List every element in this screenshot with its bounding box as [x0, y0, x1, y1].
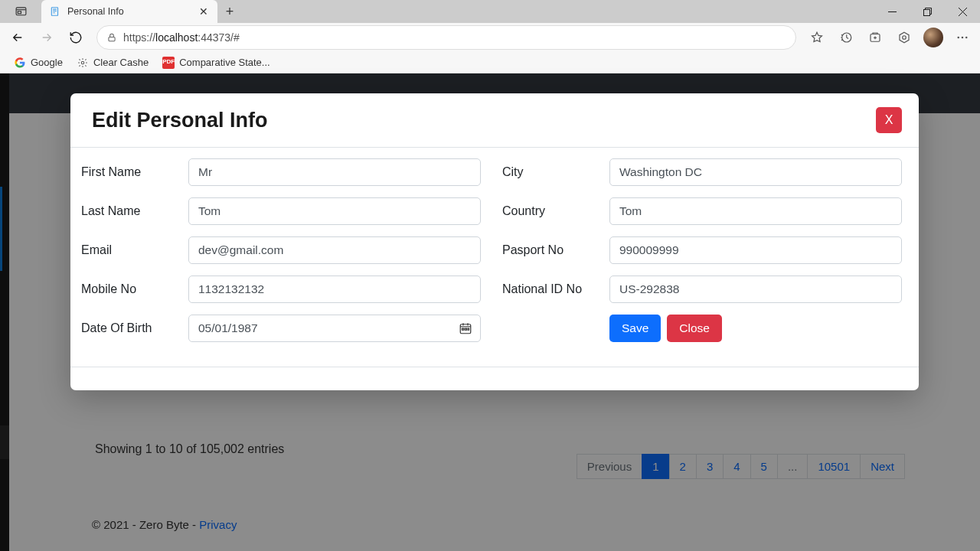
modal-header: Edit Personal Info X	[70, 93, 919, 148]
bookmark-label: Google	[31, 57, 63, 68]
national-id-input[interactable]: US-292838	[609, 276, 902, 303]
bookmark-google[interactable]: Google	[14, 57, 63, 69]
pdf-icon: PDF	[162, 57, 175, 69]
label-email: Email	[81, 243, 188, 257]
bookmark-label: Comparative State...	[179, 57, 270, 68]
bookmark-label: Clear Cashe	[93, 57, 149, 68]
label-dob: Date Of Birth	[81, 321, 188, 335]
nav-forward-button[interactable]	[34, 25, 60, 50]
new-tab-button[interactable]: +	[217, 0, 242, 23]
tab-title: Personal Info	[67, 6, 198, 17]
browser-tab[interactable]: Personal Info ✕	[41, 0, 217, 23]
form-left-column: First Name Mr Last Name Tom Email dev@gm…	[81, 158, 481, 342]
label-city: City	[502, 165, 609, 179]
browser-titlebar: Personal Info ✕ +	[0, 0, 980, 23]
bookmark-comparative-state[interactable]: PDF Comparative State...	[162, 57, 270, 69]
nav-refresh-button[interactable]	[63, 25, 89, 50]
mobile-input[interactable]: 1132132132	[188, 276, 481, 303]
window-close-button[interactable]	[945, 0, 980, 23]
label-first-name: First Name	[81, 165, 188, 179]
google-icon	[14, 57, 26, 69]
svg-point-10	[965, 37, 968, 39]
dob-value: 05/01/1987	[198, 321, 258, 335]
address-bar[interactable]: https://localhost:44373/#	[96, 25, 796, 50]
save-button[interactable]: Save	[609, 315, 661, 342]
last-name-input[interactable]: Tom	[188, 197, 481, 225]
calendar-icon[interactable]	[459, 321, 472, 335]
label-passport: Pasport No	[502, 243, 609, 257]
history-icon[interactable]	[833, 25, 859, 50]
label-country: Country	[502, 204, 609, 218]
dob-input[interactable]: 05/01/1987	[188, 315, 481, 342]
svg-rect-14	[465, 328, 466, 330]
profile-avatar[interactable]	[923, 28, 943, 47]
svg-point-11	[81, 61, 84, 64]
tab-favicon-icon	[49, 5, 61, 18]
extensions-icon[interactable]	[891, 25, 917, 50]
bookmark-clear-cache[interactable]: Clear Cashe	[77, 57, 149, 69]
tab-actions-icon[interactable]	[0, 0, 41, 23]
close-button[interactable]: Close	[667, 315, 722, 342]
tab-close-icon[interactable]: ✕	[198, 5, 210, 18]
browser-toolbar: https://localhost:44373/#	[0, 23, 980, 52]
window-maximize-button[interactable]	[910, 0, 945, 23]
url-text: https://localhost:44373/#	[123, 31, 780, 44]
city-input[interactable]: Washington DC	[609, 158, 902, 186]
nav-back-button[interactable]	[5, 25, 31, 50]
first-name-input[interactable]: Mr	[188, 158, 481, 186]
page-viewport: Showing 1 to 10 of 105,002 entries Previ…	[0, 73, 980, 551]
window-minimize-button[interactable]	[874, 0, 910, 23]
svg-point-8	[957, 37, 959, 39]
more-menu-icon[interactable]	[949, 25, 975, 50]
svg-rect-4	[109, 37, 115, 41]
svg-point-7	[903, 36, 906, 40]
label-national-id: National ID No	[502, 282, 609, 296]
modal-body: First Name Mr Last Name Tom Email dev@gm…	[70, 148, 919, 367]
form-right-column: City Washington DC Country Tom Pasport N…	[502, 158, 902, 342]
modal-backdrop[interactable]: Edit Personal Info X First Name Mr Last …	[0, 73, 980, 551]
svg-point-9	[962, 37, 964, 39]
svg-rect-3	[923, 9, 929, 15]
modal-close-x-button[interactable]: X	[876, 107, 902, 133]
label-mobile: Mobile No	[81, 282, 188, 296]
country-input[interactable]: Tom	[609, 197, 902, 225]
edit-personal-info-modal: Edit Personal Info X First Name Mr Last …	[70, 93, 919, 390]
favorites-icon[interactable]	[804, 25, 830, 50]
bookmarks-bar: Google Clear Cashe PDF Comparative State…	[0, 52, 980, 73]
gear-icon	[77, 57, 89, 69]
modal-title: Edit Personal Info	[92, 109, 268, 132]
label-last-name: Last Name	[81, 204, 188, 218]
svg-rect-15	[468, 328, 469, 330]
passport-input[interactable]: 990009999	[609, 236, 902, 264]
lock-icon	[106, 32, 117, 43]
svg-rect-1	[18, 11, 21, 13]
collections-icon[interactable]	[862, 25, 888, 50]
email-input[interactable]: dev@gmail.com	[188, 236, 481, 264]
svg-rect-13	[462, 328, 464, 330]
